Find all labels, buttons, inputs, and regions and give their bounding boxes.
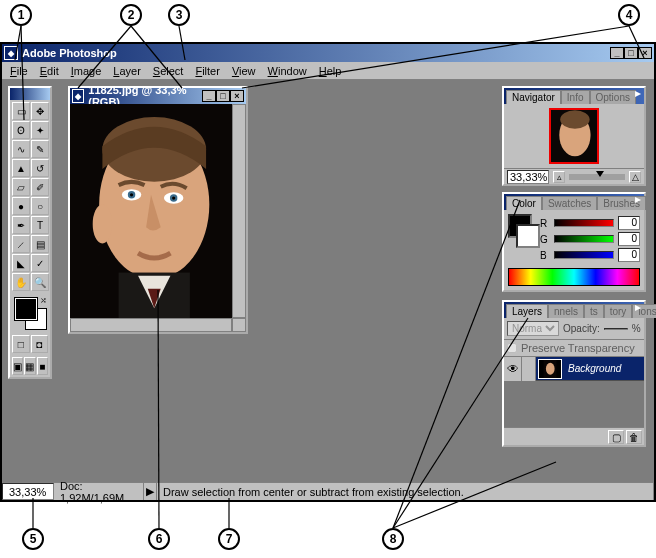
layers-palette[interactable]: Layers nnels ts tory ions ▸ Normal Opaci…	[502, 300, 646, 447]
callout-1: 1	[10, 4, 32, 26]
tool-wand[interactable]: ✦	[31, 121, 49, 139]
layer-link-cell[interactable]	[522, 357, 536, 381]
close-button[interactable]: ×	[638, 47, 652, 59]
navigator-zoom-field[interactable]: 33,33%	[507, 170, 549, 184]
tool-lasso[interactable]: ʘ	[12, 121, 30, 139]
toolbox-palette[interactable]: ▭ ✥ ʘ ✦ ∿ ✎ ▲ ↺ ▱ ✐ ● ○ ✒ T ⟋ ▤ ◣ ✓ ✋ 🔍	[8, 86, 52, 379]
screenmode-standard[interactable]: ▣	[12, 357, 23, 375]
g-label: G	[540, 234, 550, 245]
doc-maximize-button[interactable]: □	[216, 90, 230, 102]
tab-history[interactable]: tory	[604, 304, 633, 318]
menu-help[interactable]: Help	[313, 64, 348, 78]
tool-type[interactable]: T	[31, 216, 49, 234]
callout-3: 3	[168, 4, 190, 26]
doc-minimize-button[interactable]: _	[202, 90, 216, 102]
tool-bucket[interactable]: ◣	[12, 254, 30, 272]
opacity-value[interactable]	[604, 328, 628, 330]
doc-scrollbar-vertical[interactable]	[232, 104, 246, 318]
navigator-thumbnail[interactable]	[549, 108, 599, 164]
screenmode-full[interactable]: ■	[37, 357, 48, 375]
doc-scrollbar-horizontal[interactable]	[70, 318, 232, 332]
document-window[interactable]: ◆ 11825.jpg @ 33,3% (RGB) _ □ ×	[68, 86, 248, 334]
tool-airbrush[interactable]: ∿	[12, 140, 30, 158]
blend-mode-select[interactable]: Normal	[507, 321, 559, 336]
r-slider[interactable]	[554, 219, 614, 227]
palette-menu-icon[interactable]: ▸	[633, 89, 643, 99]
new-layer-icon[interactable]: ▢	[608, 430, 624, 444]
r-value[interactable]: 0	[618, 216, 640, 230]
color-swatches[interactable]: ⤭	[13, 296, 47, 330]
swap-colors-icon[interactable]: ⤭	[40, 296, 47, 305]
g-value[interactable]: 0	[618, 232, 640, 246]
tool-pencil[interactable]: ✐	[31, 178, 49, 196]
menu-layer[interactable]: Layer	[107, 64, 147, 78]
tool-dodge[interactable]: ○	[31, 197, 49, 215]
menu-filter[interactable]: Filter	[189, 64, 225, 78]
app-title: Adobe Photoshop	[22, 47, 117, 59]
menu-view[interactable]: View	[226, 64, 262, 78]
app-titlebar[interactable]: ◆ Adobe Photoshop _ □ ×	[2, 44, 654, 62]
palette-menu-icon[interactable]: ▸	[633, 303, 643, 313]
zoom-out-icon[interactable]: ▵	[553, 171, 565, 183]
palette-menu-icon[interactable]: ▸	[633, 195, 643, 205]
tool-brush[interactable]: ✎	[31, 140, 49, 158]
b-label: B	[540, 250, 550, 261]
b-value[interactable]: 0	[618, 248, 640, 262]
tool-stamp[interactable]: ▲	[12, 159, 30, 177]
document-titlebar[interactable]: ◆ 11825.jpg @ 33,3% (RGB) _ □ ×	[70, 88, 246, 104]
color-background-swatch[interactable]	[516, 224, 540, 248]
minimize-button[interactable]: _	[610, 47, 624, 59]
tab-swatches[interactable]: Swatches	[542, 196, 597, 210]
visibility-eye-icon[interactable]: 👁	[504, 357, 522, 381]
screenmode-fullmenu[interactable]: ▦	[24, 357, 35, 375]
doc-close-button[interactable]: ×	[230, 90, 244, 102]
callout-7: 7	[218, 528, 240, 550]
document-image	[70, 104, 232, 318]
menu-window[interactable]: Window	[262, 64, 313, 78]
b-slider[interactable]	[554, 251, 614, 259]
tool-blur[interactable]: ●	[12, 197, 30, 215]
tab-channels[interactable]: nnels	[548, 304, 584, 318]
delete-layer-icon[interactable]: 🗑	[626, 430, 642, 444]
layer-name[interactable]: Background	[564, 363, 644, 374]
opacity-pct: %	[632, 323, 641, 334]
tab-navigator[interactable]: Navigator	[506, 90, 561, 104]
menu-select[interactable]: Select	[147, 64, 190, 78]
mode-quickmask[interactable]: ◘	[31, 335, 49, 353]
preserve-transparency-checkbox[interactable]	[507, 343, 517, 353]
menu-image[interactable]: Image	[65, 64, 108, 78]
color-palette[interactable]: Color Swatches Brushes ▸ R 0	[502, 192, 646, 292]
tab-paths[interactable]: ts	[584, 304, 604, 318]
navigator-zoom-slider[interactable]	[569, 174, 625, 180]
tool-hand[interactable]: ✋	[12, 273, 30, 291]
menu-edit[interactable]: Edit	[34, 64, 65, 78]
zoom-in-icon[interactable]: △	[629, 171, 641, 183]
tool-eraser[interactable]: ▱	[12, 178, 30, 196]
document-canvas[interactable]	[70, 104, 232, 318]
color-spectrum[interactable]	[508, 268, 640, 286]
tab-options[interactable]: Options	[590, 90, 636, 104]
status-zoom-field[interactable]: 33,33%	[2, 483, 54, 500]
tool-pen[interactable]: ✒	[12, 216, 30, 234]
tool-marquee[interactable]: ▭	[12, 102, 30, 120]
tool-zoom[interactable]: 🔍	[31, 273, 49, 291]
tab-layers[interactable]: Layers	[506, 304, 548, 318]
foreground-color[interactable]	[15, 298, 37, 320]
tool-eyedropper[interactable]: ✓	[31, 254, 49, 272]
layer-thumbnail[interactable]	[538, 359, 562, 379]
tool-history-brush[interactable]: ↺	[31, 159, 49, 177]
mode-standard[interactable]: □	[12, 335, 30, 353]
status-doc-size[interactable]: Doc: 1,92M/1,69M	[54, 483, 144, 500]
menu-file[interactable]: File	[4, 64, 34, 78]
tool-measure[interactable]: ⟋	[12, 235, 30, 253]
layer-row[interactable]: 👁 Background	[504, 357, 644, 381]
tab-color[interactable]: Color	[506, 196, 542, 210]
tab-info[interactable]: Info	[561, 90, 590, 104]
maximize-button[interactable]: □	[624, 47, 638, 59]
navigator-palette[interactable]: Navigator Info Options ▸ 33,33% ▵ △	[502, 86, 646, 186]
status-popup-icon[interactable]: ▶	[144, 483, 157, 500]
tool-gradient[interactable]: ▤	[31, 235, 49, 253]
toolbox-titlebar[interactable]	[10, 88, 50, 100]
g-slider[interactable]	[554, 235, 614, 243]
tool-move[interactable]: ✥	[31, 102, 49, 120]
